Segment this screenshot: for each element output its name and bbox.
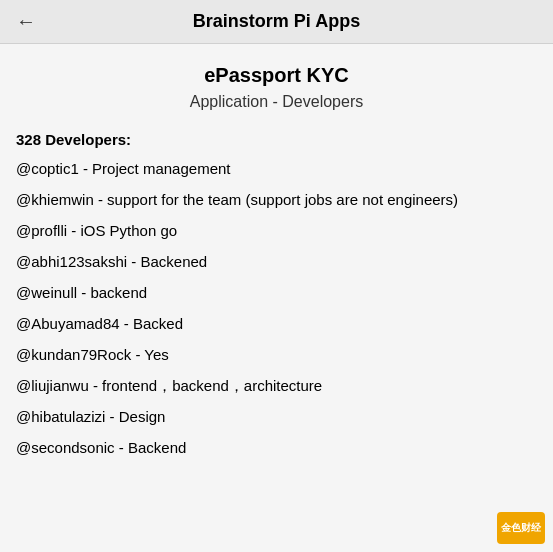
developer-item: @hibatulazizi - Design <box>16 406 537 427</box>
developer-item: @khiemwin - support for the team (suppor… <box>16 189 537 210</box>
main-content: ePassport KYC Application - Developers 3… <box>0 44 553 552</box>
back-icon: ← <box>16 10 36 33</box>
developer-item: @proflli - iOS Python go <box>16 220 537 241</box>
developers-list: @coptic1 - Project management@khiemwin -… <box>16 158 537 458</box>
watermark-badge: 金色财经 <box>497 512 545 544</box>
developer-item: @secondsonic - Backend <box>16 437 537 458</box>
back-button[interactable]: ← <box>16 10 36 33</box>
developer-item: @weinull - backend <box>16 282 537 303</box>
app-title: ePassport KYC <box>16 64 537 87</box>
app-header: ← Brainstorm Pi Apps <box>0 0 553 44</box>
developer-item: @liujianwu - frontend，backend，architectu… <box>16 375 537 396</box>
developer-item: @kundan79Rock - Yes <box>16 344 537 365</box>
developer-item: @coptic1 - Project management <box>16 158 537 179</box>
developer-item: @Abuyamad84 - Backed <box>16 313 537 334</box>
developer-item: @abhi123sakshi - Backened <box>16 251 537 272</box>
header-title: Brainstorm Pi Apps <box>0 11 553 32</box>
app-subtitle: Application - Developers <box>16 93 537 111</box>
section-heading: 328 Developers: <box>16 131 537 148</box>
